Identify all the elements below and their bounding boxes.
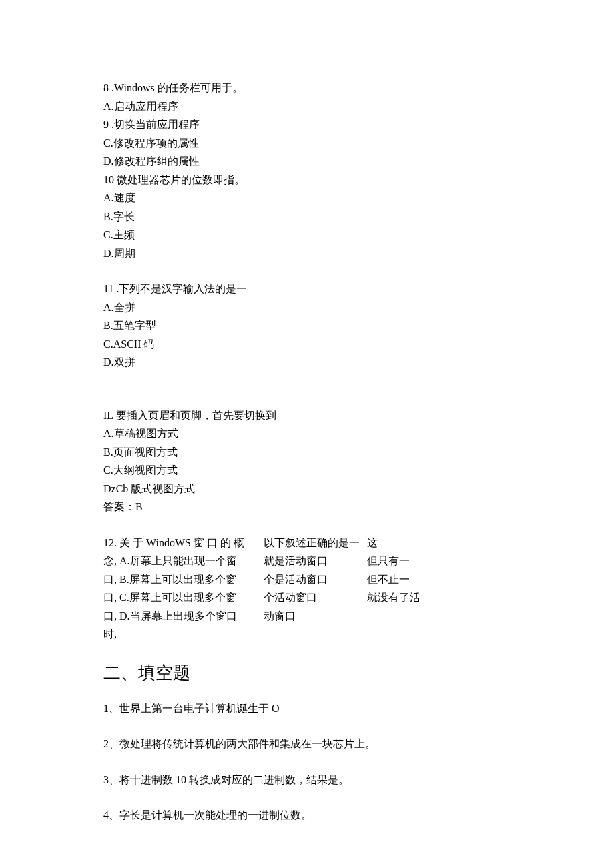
q12-c3-l4: 就没有了活	[367, 588, 420, 607]
spacer	[103, 789, 511, 806]
q10-option-c: C.主频	[103, 226, 511, 244]
q10-stem: 10 微处理器芯片的位数即指。	[103, 171, 511, 189]
q8-b-text: 切换当前应用程序	[114, 119, 200, 130]
q12-c3-l2: 但只有一	[367, 552, 420, 570]
q11-number: 11	[103, 283, 113, 294]
fill-2: 2、微处理将传统计算机的两大部件和集成在一块芯片上。	[103, 735, 511, 753]
q10-text: 微处理器芯片的位数即指。	[117, 174, 245, 185]
section-2-title: 二、填空题	[103, 644, 511, 699]
document-page: 8 .Windows 的任务栏可用于。 A.启动应用程序 9 .切换当前应用程序…	[0, 0, 614, 868]
qil-stem: IL 要插入页眉和页脚，首先要切换到	[103, 406, 511, 425]
q11-option-c: C.ASCII 码	[103, 335, 511, 354]
q11-option-d: D.双拼	[103, 353, 511, 372]
q8-option-c: C.修改程序项的属性	[103, 134, 511, 153]
q10-number: 10	[103, 174, 114, 185]
spacer	[103, 753, 511, 771]
q8-sep: .	[109, 82, 114, 93]
q12-c2-l5: 动窗口	[264, 607, 367, 626]
q12-c1-l4: 口, C.屏幕上可以出现多个窗	[103, 588, 264, 607]
q8-number2: 9	[103, 119, 109, 130]
qil-option-c: C.大纲视图方式	[103, 461, 511, 480]
q8-option-a: A.启动应用程序	[103, 97, 511, 116]
q8-option-b-line: 9 .切换当前应用程序	[103, 115, 511, 134]
spacer	[103, 372, 511, 406]
q12-c1-l5: 口, D.当屏幕上出现多个窗口	[103, 607, 264, 626]
spacer	[103, 717, 511, 735]
q10-option-a: A.速度	[103, 189, 511, 207]
q12-c1-l2: 念, A.屏幕上只能出现一个窗	[103, 552, 264, 570]
q10-option-d: D.周期	[103, 244, 511, 263]
q12-c1-l3: 口, B.屏幕上可以出现多个窗	[103, 570, 264, 589]
q11-text: 下列不是汉字输入法的是一	[119, 283, 247, 294]
q12-c2-l3: 个是活动窗口	[264, 570, 367, 589]
q11-stem: 11 .下列不是汉字输入法的是一	[103, 280, 511, 298]
qil-answer: 答案：B	[103, 498, 511, 516]
fill-1: 1、世界上第一台电子计算机诞生于 O	[103, 699, 511, 718]
q12-col3: 这 但只有一 但不止一 就没有了活	[367, 534, 420, 644]
q8-text: Windows 的任务栏可用于。	[114, 82, 243, 93]
q12-c2-l4: 个活动窗口	[264, 588, 367, 607]
q12-c3-l3: 但不止一	[367, 570, 420, 589]
q12-c2-l1: 以下叙述正确的是一	[264, 534, 367, 552]
spacer	[103, 262, 511, 280]
q12-c3-l1: 这	[367, 534, 420, 552]
q12-c1-l6: 时,	[103, 625, 264, 644]
fill-4: 4、字长是计算机一次能处理的一进制位数。	[103, 806, 511, 825]
q12-c2-l2: 就是活动窗口	[264, 552, 367, 570]
qil-option-a: A.草稿视图方式	[103, 424, 511, 443]
q11-option-b: B.五笔字型	[103, 316, 511, 335]
q12-col2: 以下叙述正确的是一 就是活动窗口 个是活动窗口 个活动窗口 动窗口	[264, 534, 367, 644]
qil-option-d: DzCb 版式视图方式	[103, 480, 511, 498]
q10-option-b: B.字长	[103, 207, 511, 226]
q8-sep2: .	[109, 119, 114, 130]
q12-c1-l1: 12. 关 于 WindoWS 窗 口 的 概	[103, 534, 264, 552]
qil-option-b: B.页面视图方式	[103, 443, 511, 462]
fill-3: 3、将十进制数 10 转换成对应的二进制数，结果是。	[103, 771, 511, 789]
q8-stem: 8 .Windows 的任务栏可用于。	[103, 79, 511, 97]
q12-col1: 12. 关 于 WindoWS 窗 口 的 概 念, A.屏幕上只能出现一个窗 …	[103, 534, 264, 644]
q8-number: 8	[103, 82, 109, 93]
q8-option-d: D.修改程序组的属性	[103, 152, 511, 171]
spacer	[103, 516, 511, 534]
q11-option-a: A.全拼	[103, 298, 511, 317]
q12-block: 12. 关 于 WindoWS 窗 口 的 概 念, A.屏幕上只能出现一个窗 …	[103, 534, 511, 644]
